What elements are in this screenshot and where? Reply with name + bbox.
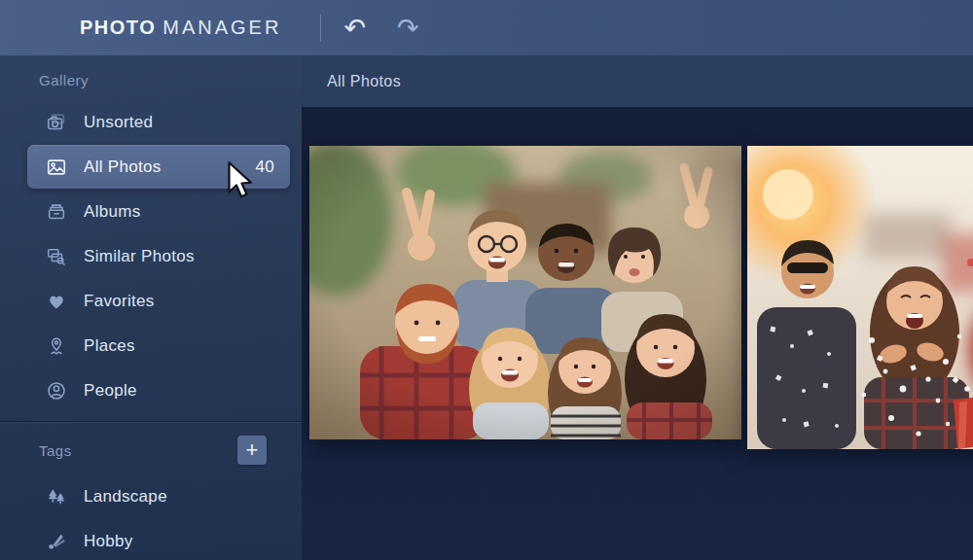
sidebar-item-label: Unsorted: [84, 113, 153, 132]
top-bar: PHOTOMANAGER ↶ ↷: [0, 0, 973, 55]
sidebar-item-albums[interactable]: Albums: [27, 190, 290, 233]
logo-manager: MANAGER: [162, 17, 281, 38]
heart-icon: [45, 290, 68, 313]
photo-icon: [45, 156, 68, 179]
sidebar-item-unsorted[interactable]: Unsorted: [27, 100, 290, 144]
sidebar-item-label: All Photos: [84, 158, 162, 177]
sidebar-item-label: Favorites: [84, 292, 155, 311]
photo-grid: [302, 109, 973, 560]
app-logo: PHOTOMANAGER: [80, 17, 281, 39]
map-pin-icon: [45, 334, 68, 358]
sidebar-item-label: People: [84, 381, 137, 401]
page-title: All Photos: [302, 55, 973, 107]
tags-nav: Landscape Hobby: [0, 474, 302, 560]
sidebar-item-all-photos[interactable]: All Photos 40: [27, 145, 290, 189]
sidebar-item-similar-photos[interactable]: Similar Photos: [27, 234, 290, 278]
sidebar-item-label: Similar Photos: [84, 247, 195, 266]
redo-icon[interactable]: ↷: [388, 15, 428, 41]
albums-icon: [45, 200, 68, 224]
topbar-divider: [320, 15, 321, 42]
sidebar-item-label: Albums: [84, 202, 141, 222]
sidebar-item-hobby[interactable]: Hobby: [27, 519, 290, 560]
all-photos-count-badge: 40: [255, 158, 290, 177]
sidebar: Gallery Unsorted All Photos 40 Albums: [0, 55, 302, 560]
tags-section-label: Tags: [39, 442, 72, 459]
main-header: All Photos: [302, 55, 973, 109]
sidebar-item-label: Landscape: [84, 487, 167, 507]
camera-icon: [45, 111, 68, 134]
photo-thumbnail-group-selfie[interactable]: [309, 146, 741, 439]
tags-header: Tags +: [0, 422, 302, 469]
sidebar-item-landscape[interactable]: Landscape: [27, 474, 290, 518]
similar-photos-icon: [45, 245, 68, 268]
gallery-section-label: Gallery: [0, 55, 302, 94]
shuttlecock-icon: [45, 530, 68, 553]
photo-manager-app: PHOTOMANAGER ↶ ↷ Gallery Unsorted All Ph…: [0, 0, 973, 560]
trees-icon: [45, 485, 68, 508]
undo-icon[interactable]: ↶: [335, 15, 375, 41]
gallery-nav: Unsorted All Photos 40 Albums Simila: [0, 100, 302, 412]
person-icon: [45, 379, 68, 402]
add-tag-button[interactable]: +: [237, 436, 267, 465]
sidebar-item-places[interactable]: Places: [27, 324, 290, 368]
sidebar-item-people[interactable]: People: [27, 368, 290, 412]
logo-photo: PHOTO: [80, 17, 156, 38]
sidebar-item-label: Places: [84, 336, 135, 356]
photo-thumbnail-confetti-party[interactable]: [747, 146, 973, 449]
sidebar-item-favorites[interactable]: Favorites: [27, 279, 290, 323]
sidebar-item-label: Hobby: [84, 532, 133, 551]
